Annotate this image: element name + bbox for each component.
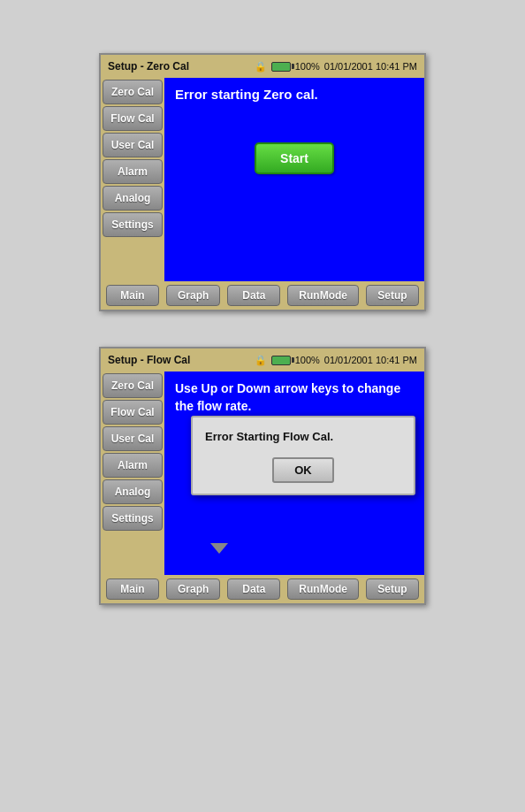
sidebar-1: Zero Cal Flow Cal User Cal Alarm Analog … <box>101 78 164 281</box>
content-area-1: Zero Cal Flow Cal User Cal Alarm Analog … <box>101 78 424 281</box>
lock-icon-2: 🔒 <box>255 355 267 366</box>
dialog-overlay-2: Error Starting Flow Cal. OK <box>164 372 424 575</box>
header-title-2: Setup - Flow Cal <box>108 354 190 366</box>
header-2: Setup - Flow Cal 🔒 100% 01/01/2001 10:41… <box>101 349 424 372</box>
main-panel-1: Error starting Zero cal. Start <box>164 78 424 281</box>
header-title-1: Setup - Zero Cal <box>108 60 189 73</box>
nav-data-1[interactable]: Data <box>227 285 280 306</box>
nav-main-1[interactable]: Main <box>106 285 159 306</box>
sidebar-analog-1[interactable]: Analog <box>103 186 163 211</box>
nav-graph-1[interactable]: Graph <box>166 285 220 306</box>
down-arrow-indicator <box>210 540 228 557</box>
sidebar-settings-2[interactable]: Settings <box>103 506 163 531</box>
main-panel-2: Use Up or Down arrow keys to change the … <box>164 372 424 575</box>
battery-icon-1 <box>271 62 291 72</box>
bottom-nav-1: Main Graph Data RunMode Setup <box>101 281 424 310</box>
battery-pct-1: 100% <box>295 61 320 72</box>
sidebar-flow-cal-2[interactable]: Flow Cal <box>103 400 163 425</box>
nav-graph-2[interactable]: Graph <box>166 578 220 600</box>
nav-setup-2[interactable]: Setup <box>366 578 419 600</box>
lock-icon-1: 🔒 <box>255 61 267 73</box>
sidebar-2: Zero Cal Flow Cal User Cal Alarm Analog … <box>101 372 164 575</box>
content-area-2: Zero Cal Flow Cal User Cal Alarm Analog … <box>101 372 424 575</box>
sidebar-user-cal-2[interactable]: User Cal <box>103 426 163 451</box>
device-2: Setup - Flow Cal 🔒 100% 01/01/2001 10:41… <box>99 347 426 605</box>
nav-runmode-2[interactable]: RunMode <box>287 578 359 600</box>
sidebar-settings-1[interactable]: Settings <box>103 212 163 237</box>
dialog-ok-button-2[interactable]: OK <box>272 457 334 483</box>
sidebar-alarm-2[interactable]: Alarm <box>103 453 163 478</box>
device-1: Setup - Zero Cal 🔒 100% 01/01/2001 10:41… <box>99 53 426 311</box>
nav-runmode-1[interactable]: RunMode <box>287 285 359 306</box>
dialog-message-2: Error Starting Flow Cal. <box>205 430 401 443</box>
bottom-nav-2: Main Graph Data RunMode Setup <box>101 575 424 603</box>
sidebar-analog-2[interactable]: Analog <box>103 479 163 504</box>
error-message-1: Error starting Zero cal. <box>164 78 424 107</box>
dialog-box-2: Error Starting Flow Cal. OK <box>191 416 415 495</box>
sidebar-alarm-1[interactable]: Alarm <box>103 159 163 184</box>
sidebar-zero-cal-1[interactable]: Zero Cal <box>103 80 163 104</box>
header-right-1: 🔒 100% 01/01/2001 10:41 PM <box>255 61 417 73</box>
sidebar-flow-cal-1[interactable]: Flow Cal <box>103 106 163 131</box>
nav-setup-1[interactable]: Setup <box>366 285 419 306</box>
sidebar-zero-cal-2[interactable]: Zero Cal <box>103 373 163 398</box>
battery-pct-2: 100% <box>295 355 320 365</box>
nav-main-2[interactable]: Main <box>106 578 159 600</box>
start-button-1[interactable]: Start <box>255 142 334 174</box>
datetime-1: 01/01/2001 10:41 PM <box>324 61 417 72</box>
header-1: Setup - Zero Cal 🔒 100% 01/01/2001 10:41… <box>101 55 424 78</box>
battery-icon-2 <box>271 356 291 365</box>
sidebar-user-cal-1[interactable]: User Cal <box>103 133 163 157</box>
nav-data-2[interactable]: Data <box>227 578 280 600</box>
datetime-2: 01/01/2001 10:41 PM <box>324 355 417 365</box>
header-right-2: 🔒 100% 01/01/2001 10:41 PM <box>255 355 417 366</box>
